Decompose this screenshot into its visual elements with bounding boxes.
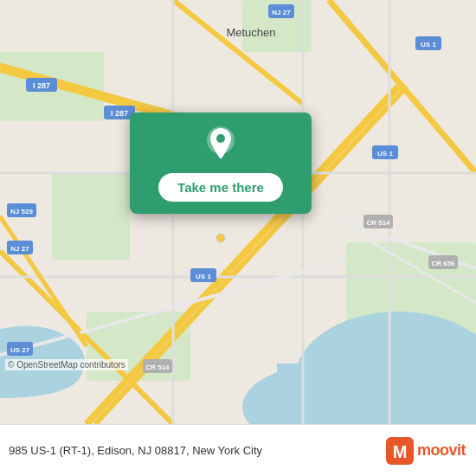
svg-text:CR 656: CR 656: [431, 260, 455, 267]
svg-rect-2: [52, 173, 130, 260]
svg-point-50: [216, 234, 225, 242]
svg-text:US 27: US 27: [10, 346, 30, 354]
svg-text:Metuchen: Metuchen: [226, 26, 275, 39]
svg-text:NJ 27: NJ 27: [10, 245, 29, 253]
moovit-brand-text: moovit: [417, 441, 466, 460]
svg-text:M: M: [393, 442, 408, 461]
svg-text:I 287: I 287: [111, 109, 128, 118]
svg-text:CR 514: CR 514: [145, 363, 170, 371]
svg-text:CR 514: CR 514: [366, 219, 390, 227]
svg-text:US 1: US 1: [196, 273, 211, 280]
svg-text:I 287: I 287: [33, 81, 50, 90]
moovit-logo: M moovit: [386, 437, 466, 465]
svg-text:NJ 27: NJ 27: [272, 9, 291, 16]
svg-rect-8: [277, 363, 476, 424]
moovit-logo-icon: M: [386, 437, 414, 465]
svg-point-53: [216, 134, 225, 143]
popup-card: Take me there: [130, 113, 312, 214]
location-pin-icon: [204, 126, 237, 164]
osm-credit: © OpenStreetMap contributors: [5, 359, 128, 370]
take-me-there-button[interactable]: Take me there: [158, 173, 283, 202]
address-text: 985 US-1 (RT-1), Edison, NJ 08817, New Y…: [9, 444, 386, 457]
bottom-bar: 985 US-1 (RT-1), Edison, NJ 08817, New Y…: [0, 424, 476, 476]
svg-text:NJ 529: NJ 529: [10, 208, 33, 215]
svg-text:US 1: US 1: [377, 150, 393, 158]
map-container: I 287 NJ 27 US 1 US 1: [0, 0, 476, 424]
svg-text:US 1: US 1: [421, 41, 436, 48]
